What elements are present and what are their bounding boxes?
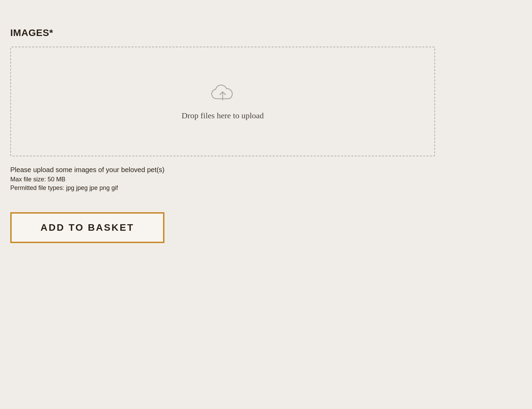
section-title: IMAGES* <box>10 27 435 38</box>
upload-cloud-icon <box>210 83 235 105</box>
upload-main-text: Please upload some images of your belove… <box>10 166 435 174</box>
image-dropzone[interactable]: Drop files here to upload <box>10 47 435 156</box>
section-label-text: IMAGES <box>10 27 49 38</box>
dropzone-label: Drop files here to upload <box>182 111 264 120</box>
upload-info-section: Please upload some images of your belove… <box>10 166 435 192</box>
add-to-basket-label: ADD TO BASKET <box>40 222 134 233</box>
page-container: IMAGES* Drop files here to upload Please… <box>10 27 435 243</box>
permitted-types-text: Permitted file types: jpg jpeg jpe png g… <box>10 184 435 192</box>
add-to-basket-button[interactable]: ADD TO BASKET <box>10 212 164 243</box>
required-indicator: * <box>49 27 53 38</box>
max-size-text: Max file size: 50 MB <box>10 176 435 183</box>
